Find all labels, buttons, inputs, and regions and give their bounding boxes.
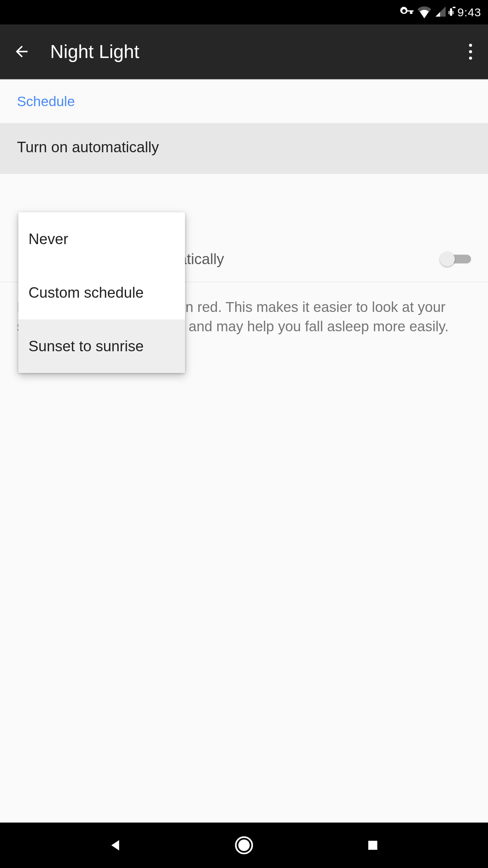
arrow-back-icon [13, 43, 30, 60]
overflow-menu-button[interactable] [462, 39, 479, 64]
schedule-popup-menu: Never Custom schedule Sunset to sunrise [18, 212, 185, 373]
popup-item-label: Never [28, 231, 68, 247]
section-header-schedule: Schedule [0, 79, 488, 123]
pref-turn-on-automatically[interactable]: Turn on automatically [0, 123, 488, 174]
battery-level: 88 [448, 9, 454, 15]
nav-back-button[interactable] [102, 832, 129, 859]
svg-point-1 [238, 840, 250, 851]
status-switch[interactable] [440, 250, 471, 268]
switch-thumb [440, 252, 455, 267]
vpn-key-icon [400, 4, 414, 20]
app-bar: Night Light [0, 24, 488, 79]
square-recents-icon [366, 839, 380, 852]
section-header-label: Schedule [17, 94, 75, 109]
cell-signal-icon [434, 5, 447, 19]
status-bar: 88 9:43 [0, 0, 488, 24]
battery-icon: 88 [450, 9, 452, 15]
circle-home-icon [234, 835, 254, 855]
popup-item-custom-schedule[interactable]: Custom schedule [18, 266, 185, 319]
wifi-icon [418, 5, 431, 20]
status-icons: 88 9:43 [400, 4, 481, 20]
popup-item-label: Custom schedule [28, 284, 144, 301]
triangle-back-icon [107, 837, 123, 853]
navigation-bar [0, 823, 488, 868]
popup-item-sunset-to-sunrise[interactable]: Sunset to sunrise [18, 319, 185, 373]
pref-title: Turn on automatically [17, 139, 471, 156]
status-time: 9:43 [458, 6, 481, 19]
popup-item-never[interactable]: Never [18, 212, 185, 266]
nav-recents-button[interactable] [359, 832, 386, 859]
back-button[interactable] [9, 39, 34, 64]
svg-rect-2 [368, 841, 378, 850]
popup-item-label: Sunset to sunrise [28, 338, 144, 354]
nav-home-button[interactable] [230, 832, 258, 859]
page-title: Night Light [50, 41, 462, 62]
more-vert-icon [469, 44, 472, 60]
